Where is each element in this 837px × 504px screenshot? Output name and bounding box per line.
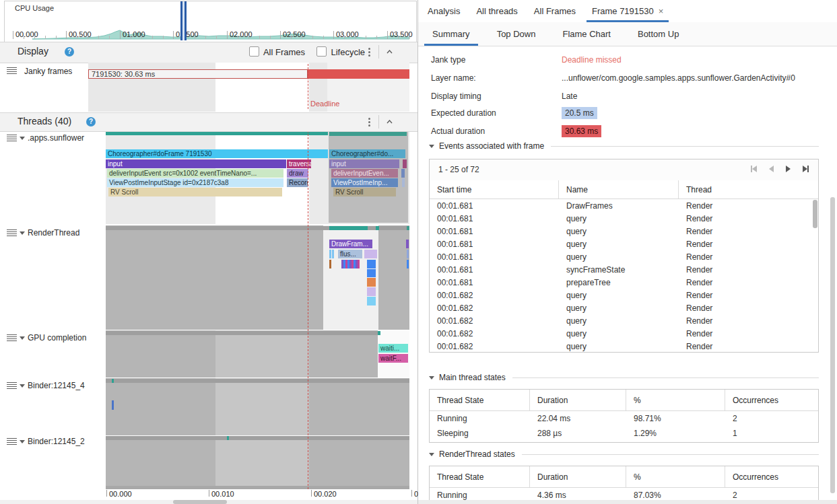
previous-page-icon[interactable] [769, 165, 774, 173]
table-row[interactable]: 00:01.682queryRender [430, 327, 818, 340]
collapse-triangle-icon[interactable] [429, 376, 434, 380]
collapse-triangle-icon[interactable] [429, 145, 434, 148]
threads-more-options-icon[interactable] [368, 118, 371, 128]
thread-name-label[interactable]: Binder:12145_2 [28, 437, 85, 446]
column-percent[interactable]: % [626, 466, 725, 487]
trace-event-bar[interactable]: draw [287, 169, 308, 178]
column-thread[interactable]: Thread [679, 180, 813, 199]
trace-event-sliver[interactable] [112, 400, 114, 410]
trace-event-sliver[interactable] [402, 178, 405, 187]
table-row[interactable]: 00:01.682queryRender [430, 340, 818, 353]
column-thread-state[interactable]: Thread State [430, 390, 530, 410]
drag-handle-icon[interactable] [7, 229, 17, 237]
subtab-summary[interactable]: Summary [423, 22, 479, 46]
next-page-icon[interactable] [786, 165, 791, 173]
tab-all-frames[interactable]: All Frames [526, 0, 584, 22]
thread-name-label[interactable]: RenderThread [28, 228, 79, 238]
first-page-icon[interactable] [751, 165, 757, 173]
trace-event-sliver[interactable] [329, 260, 331, 268]
trace-event-sliver[interactable] [367, 278, 376, 287]
trace-event-bar[interactable]: waitF... [378, 354, 408, 363]
panel-h-scrollbar[interactable] [418, 500, 837, 504]
column-occurrences[interactable]: Occurrences [725, 390, 818, 410]
trace-event-bar[interactable]: input [329, 159, 399, 168]
expand-caret-icon[interactable] [20, 137, 25, 140]
trace-event-sliver[interactable] [403, 159, 407, 168]
trace-event-bar[interactable]: waiti... [378, 344, 408, 353]
trace-event-bar[interactable]: input [106, 159, 286, 168]
trace-event-sliver[interactable] [358, 260, 360, 268]
janky-frame-bar-overrun[interactable] [308, 69, 409, 79]
trace-event-sliver[interactable] [406, 240, 409, 248]
drag-handle-icon[interactable] [7, 438, 17, 445]
cpu-usage-minimap[interactable]: CPU Usage 00.00000.50001.00001.50002.000… [0, 0, 417, 42]
subtab-bottom-up[interactable]: Bottom Up [628, 22, 688, 46]
threads-collapse-icon[interactable] [387, 120, 393, 124]
collapse-triangle-icon[interactable] [429, 453, 434, 456]
trace-event-bar[interactable]: ViewPostImeInputStage id=0x2187c3a8 [107, 178, 283, 187]
trace-event-bar[interactable]: RV Scroll [108, 188, 282, 196]
expand-caret-icon[interactable] [20, 384, 25, 388]
trace-event-bar[interactable]: deliverInputEven... [331, 169, 398, 178]
trace-event-sliver[interactable] [407, 260, 409, 268]
trace-event-sliver[interactable] [367, 260, 376, 268]
thread-name-label[interactable]: .apps.sunflower [28, 133, 84, 143]
column-thread-state[interactable]: Thread State [430, 466, 530, 487]
trace-event-bar[interactable]: Choreographer#do... [329, 149, 405, 158]
trace-event-sliver[interactable] [407, 250, 409, 258]
table-row[interactable]: 00:01.681queryRender [430, 238, 818, 250]
thread-name-label[interactable]: Binder:12145_4 [28, 381, 85, 390]
table-row[interactable]: 00:01.681DrawFramesRender [430, 199, 818, 212]
lifecycle-checkbox[interactable] [316, 46, 327, 57]
column-name[interactable]: Name [559, 180, 679, 199]
events-section-header[interactable]: Events associated with frame [429, 140, 819, 152]
column-percent[interactable]: % [626, 390, 725, 410]
tab-frame-7191530[interactable]: Frame 7191530× [584, 0, 671, 22]
expand-caret-icon[interactable] [20, 336, 25, 340]
trace-event-bar[interactable]: flus... [338, 250, 362, 258]
expand-caret-icon[interactable] [20, 440, 25, 443]
table-row[interactable]: 00:01.682queryRender [430, 289, 818, 301]
render-states-section-header[interactable]: RenderThread states [429, 448, 819, 460]
subtab-top-down[interactable]: Top Down [488, 22, 545, 46]
trace-event-bar[interactable]: ViewPostImeInp... [331, 178, 398, 187]
column-duration[interactable]: Duration [530, 466, 626, 487]
trace-event-bar[interactable]: RV Scroll [333, 188, 396, 196]
trace-event-bar[interactable]: Choreographer#doFrame 7191530 [106, 149, 328, 158]
table-row[interactable]: 00:01.681prepareTreeRender [430, 276, 818, 289]
events-scrollbar-thumb[interactable] [813, 200, 817, 228]
column-duration[interactable]: Duration [530, 390, 626, 410]
column-start-time[interactable]: Start time [430, 180, 559, 199]
last-page-icon[interactable] [803, 165, 809, 173]
drag-handle-icon[interactable] [7, 135, 17, 142]
tab-analysis[interactable]: Analysis [420, 0, 468, 22]
subtab-flame-chart[interactable]: Flame Chart [553, 22, 620, 46]
column-occurrences[interactable]: Occurrences [725, 466, 818, 487]
trace-event-sliver[interactable] [367, 269, 376, 277]
help-icon[interactable]: ? [65, 47, 74, 57]
table-row[interactable]: Sleeping288 µs1.29%1 [430, 426, 818, 441]
trace-event-sliver[interactable] [332, 250, 334, 258]
janky-frame-bar[interactable]: 7191530: 30.63 ms [88, 69, 308, 79]
h-scrollbar-thumb[interactable] [173, 500, 227, 504]
selection-handle-right[interactable] [185, 1, 187, 40]
tab-all-threads[interactable]: All threads [468, 0, 525, 22]
help-icon[interactable]: ? [86, 117, 96, 127]
trace-event-bar[interactable]: DrawFram... [329, 240, 372, 248]
thread-name-label[interactable]: GPU completion [28, 333, 86, 343]
trace-event-sliver[interactable] [367, 287, 376, 296]
drag-handle-icon[interactable] [7, 382, 17, 390]
trace-event-bar[interactable]: deliverInputEvent src=0x1002 eventTimeNa… [107, 169, 283, 178]
trace-event-sliver[interactable] [401, 169, 405, 178]
main-states-section-header[interactable]: Main thread states [429, 371, 819, 384]
table-row[interactable]: 00:01.681syncFrameStateRender [430, 263, 818, 276]
table-row[interactable]: 00:01.682queryRender [430, 301, 818, 314]
trace-event-sliver[interactable] [364, 250, 377, 258]
table-row[interactable]: 00:01.681queryRender [430, 225, 818, 238]
display-collapse-icon[interactable] [387, 50, 393, 54]
table-row[interactable]: 00:01.681queryRender [430, 250, 818, 263]
panel-scrollbar-thumb[interactable] [830, 197, 835, 493]
table-row[interactable]: Running22.04 ms98.71%2 [430, 411, 818, 426]
drag-handle-icon[interactable] [7, 334, 17, 342]
drag-handle-icon[interactable] [7, 67, 17, 75]
